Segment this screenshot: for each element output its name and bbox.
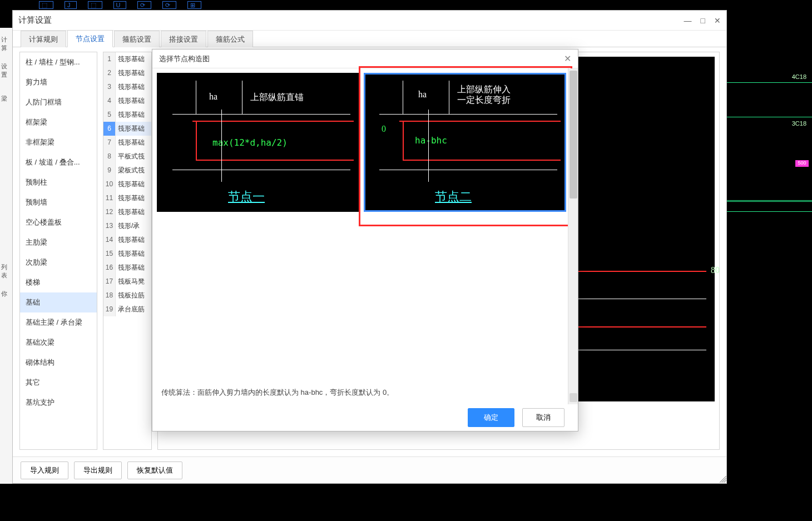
sidebar-item-13[interactable]: 基础主梁 / 承台梁 <box>20 312 97 333</box>
main-tab-3[interactable]: 搭接设置 <box>161 31 206 47</box>
rule-row-13[interactable]: 13筏形/承 <box>103 219 151 233</box>
rule-number: 14 <box>103 233 116 247</box>
rule-number: 3 <box>103 80 116 94</box>
rule-text: 筏形基础 <box>116 108 151 122</box>
close-button[interactable]: ✕ <box>714 16 721 25</box>
rule-number: 2 <box>103 66 116 80</box>
rule-text: 筏形基础 <box>116 205 151 219</box>
rule-text: 筏形基础 <box>116 177 151 191</box>
sidebar-item-9[interactable]: 主肋梁 <box>20 232 97 252</box>
rule-row-19[interactable]: 19承台底筋 <box>103 302 151 316</box>
rule-row-15[interactable]: 15筏形基础 <box>103 247 151 261</box>
rule-row-17[interactable]: 17筏板马凳 <box>103 275 151 289</box>
ok-button[interactable]: 确定 <box>468 408 514 427</box>
cad-canvas-bg: 4C18 3C18 500 <box>726 22 812 521</box>
rule-text: 筏形基础 <box>116 80 151 94</box>
rule-text: 筏形基础 <box>116 261 151 275</box>
minimize-button[interactable]: — <box>684 16 692 25</box>
dialog-title: 计算设置 <box>18 15 52 26</box>
modal-title: 选择节点构造图 <box>159 54 210 64</box>
sidebar-item-16[interactable]: 其它 <box>20 373 97 393</box>
sidebar-item-11[interactable]: 楼梯 <box>20 272 97 292</box>
reset-default-button[interactable]: 恢复默认值 <box>127 462 182 479</box>
rule-number: 15 <box>103 247 116 261</box>
rule-text: 筏形基础 <box>116 136 151 150</box>
main-tabs: 计算规则节点设置箍筋设置搭接设置箍筋公式 <box>13 31 726 47</box>
rule-row-4[interactable]: 4筏形基础 <box>103 94 151 108</box>
rule-row-12[interactable]: 12筏形基础 <box>103 205 151 219</box>
sidebar-item-1[interactable]: 剪力墙 <box>20 72 97 92</box>
sidebar-item-14[interactable]: 基础次梁 <box>20 333 97 353</box>
rule-number: 18 <box>103 289 116 302</box>
sidebar-item-17[interactable]: 基坑支护 <box>20 393 97 413</box>
rule-text: 筏形基础 <box>116 94 151 108</box>
rule-number: 9 <box>103 163 116 177</box>
rule-text: 筏形基础 <box>116 66 151 80</box>
rule-number: 4 <box>103 94 116 108</box>
main-tab-4[interactable]: 箍筋公式 <box>207 31 253 47</box>
rule-number: 13 <box>103 219 116 233</box>
rule-number: 6 <box>103 122 116 136</box>
rule-text: 筏形基础 <box>116 191 151 205</box>
rule-text: 筏板拉筋 <box>116 289 151 302</box>
rule-row-10[interactable]: 10筏形基础 <box>103 177 151 191</box>
rule-row-6[interactable]: 6筏形基础 <box>103 122 151 136</box>
rule-text: 筏形/承 <box>116 219 151 233</box>
sidebar-item-0[interactable]: 柱 / 墙柱 / 型钢... <box>20 52 97 72</box>
rule-list: 1筏形基础2筏形基础3筏形基础4筏形基础5筏形基础6筏形基础7筏形基础8平板式筏… <box>103 52 152 450</box>
rule-row-7[interactable]: 7筏形基础 <box>103 136 151 150</box>
sidebar-item-7[interactable]: 预制墙 <box>20 192 97 212</box>
rule-number: 11 <box>103 191 116 205</box>
sidebar-item-3[interactable]: 框架梁 <box>20 112 97 132</box>
sidebar-item-10[interactable]: 次肋梁 <box>20 252 97 272</box>
node-option-1[interactable]: ha 上部纵筋直锚 max(12*d,ha/2) 节点一 <box>157 73 359 212</box>
node-option-2[interactable]: ha 上部纵筋伸入 一定长度弯折 0 ha-bhc 节点二 <box>364 73 566 212</box>
rule-number: 19 <box>103 302 116 316</box>
rule-text: 筏板马凳 <box>116 275 151 289</box>
sidebar-item-6[interactable]: 预制柱 <box>20 172 97 192</box>
cancel-button[interactable]: 取消 <box>522 408 565 427</box>
category-sidebar: 柱 / 墙柱 / 型钢...剪力墙人防门框墙框架梁非框架梁板 / 坡道 / 叠合… <box>19 52 97 450</box>
rule-text: 筏形基础 <box>116 247 151 261</box>
dialog-footer: 导入规则 导出规则 恢复默认值 <box>13 457 726 483</box>
rule-number: 1 <box>103 52 116 66</box>
rule-number: 12 <box>103 205 116 219</box>
export-rules-button[interactable]: 导出规则 <box>74 462 122 479</box>
main-tab-0[interactable]: 计算规则 <box>21 31 66 47</box>
modal-close-button[interactable]: ✕ <box>564 53 571 64</box>
resize-grip-icon[interactable] <box>720 476 726 483</box>
rule-row-8[interactable]: 8平板式筏 <box>103 150 151 163</box>
rule-text: 筏形基础 <box>116 52 151 66</box>
rule-text: 平板式筏 <box>116 150 151 163</box>
rule-row-16[interactable]: 16筏形基础 <box>103 261 151 275</box>
sidebar-item-5[interactable]: 板 / 坡道 / 叠合... <box>20 152 97 172</box>
import-rules-button[interactable]: 导入规则 <box>21 462 68 479</box>
modal-desc: 传统算法：面筋伸入剪力墙内的长度默认为 ha-bhc，弯折长度默认为 0。 <box>157 385 573 400</box>
rule-row-3[interactable]: 3筏形基础 <box>103 80 151 94</box>
sidebar-item-8[interactable]: 空心楼盖板 <box>20 212 97 232</box>
sidebar-item-2[interactable]: 人防门框墙 <box>20 92 97 112</box>
main-tab-1[interactable]: 节点设置 <box>67 30 113 47</box>
rule-row-11[interactable]: 11筏形基础 <box>103 191 151 205</box>
rule-text: 筏形基础 <box>116 122 151 136</box>
rule-row-1[interactable]: 1筏形基础 <box>103 52 151 66</box>
sidebar-item-12[interactable]: 基础 <box>20 292 97 312</box>
rule-text: 筏形基础 <box>116 233 151 247</box>
rule-number: 16 <box>103 261 116 275</box>
modal-scrollbar[interactable] <box>568 68 578 404</box>
rule-row-9[interactable]: 9梁板式筏 <box>103 163 151 177</box>
rule-number: 10 <box>103 177 116 191</box>
main-tab-2[interactable]: 箍筋设置 <box>114 31 160 47</box>
rule-number: 17 <box>103 275 116 289</box>
rule-row-2[interactable]: 2筏形基础 <box>103 66 151 80</box>
maximize-button[interactable]: □ <box>701 16 705 25</box>
title-bar: 计算设置 — □ ✕ <box>13 11 726 31</box>
rule-number: 5 <box>103 108 116 122</box>
rule-number: 7 <box>103 136 116 150</box>
sidebar-item-4[interactable]: 非框架梁 <box>20 132 97 152</box>
rule-row-5[interactable]: 5筏形基础 <box>103 108 151 122</box>
rule-row-18[interactable]: 18筏板拉筋 <box>103 289 151 302</box>
sidebar-item-15[interactable]: 砌体结构 <box>20 353 97 373</box>
rule-text: 承台底筋 <box>116 302 151 316</box>
rule-row-14[interactable]: 14筏形基础 <box>103 233 151 247</box>
